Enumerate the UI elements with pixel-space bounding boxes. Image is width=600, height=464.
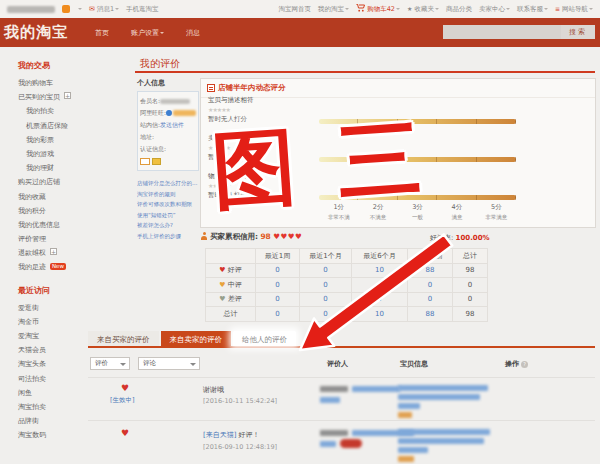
wangwang-label: 阿里旺旺: [140, 109, 166, 118]
sidebar-item-refund[interactable]: 退款维权+ [0, 246, 132, 260]
chevron-down-icon [190, 363, 196, 369]
cart-link[interactable]: 购物车42 [356, 4, 400, 14]
contact-service-link[interactable]: 联系客服 [517, 5, 548, 14]
masked-item-link[interactable] [398, 438, 484, 444]
tab-reviews-from-buyers[interactable]: 来自买家的评价 [88, 331, 159, 346]
member-label: 会员名: [140, 97, 160, 106]
id-card-icon [140, 158, 150, 165]
vip-badge-icon [62, 5, 70, 13]
messages-link[interactable]: ✉ 消息1 [89, 5, 119, 14]
tab-reviews-to-others[interactable]: 给他人的评价 [233, 331, 296, 346]
page-root: ✉ 消息1 手机逛淘宝 淘宝网首页 我的淘宝 购物车42 ★ 收藏夹 商品分类 … [0, 0, 600, 464]
masked-rater-credit [320, 397, 340, 403]
chevron-down-icon [435, 8, 439, 12]
nav-home[interactable]: 首页 [95, 28, 109, 38]
masked-rater-link[interactable] [352, 386, 400, 392]
site-nav-link[interactable]: ≡ 网站导航 [555, 5, 593, 14]
masked-item-link[interactable] [398, 385, 488, 391]
sidebar-item-flight-hotel[interactable]: 机票酒店保险 [0, 119, 132, 133]
credit-table: 最近1周最近1个月最近6个月6个月前总计 ♥好评 00108898 ♥中评 00… [205, 248, 488, 322]
help-link[interactable]: 店铺评分是怎么打分的… [137, 178, 199, 189]
top-strip: ✉ 消息1 手机逛淘宝 淘宝网首页 我的淘宝 购物车42 ★ 收藏夹 商品分类 … [0, 0, 600, 18]
sidebar-item-review-management[interactable]: 评价管理 [0, 232, 132, 246]
help-link[interactable]: 手机上评价的步骤 [137, 231, 199, 242]
favorites-link[interactable]: ★ 收藏夹 [407, 5, 439, 14]
help-icon: ? [521, 361, 528, 368]
review-time: [2016-10-11 15:42:24] [203, 397, 277, 405]
chevron-down-icon [120, 363, 126, 369]
expand-icon[interactable]: + [64, 92, 71, 99]
sidebar-item-shops-visited[interactable]: 购买过的店铺 [0, 175, 132, 189]
search-input[interactable] [443, 25, 561, 39]
sidebar-item-footprints[interactable]: 我的足迹New [0, 260, 132, 274]
sidebar-item-auction[interactable]: 我的拍卖 [0, 104, 132, 118]
seller-center-link[interactable]: 卖家中心 [479, 5, 510, 14]
expand-icon[interactable]: + [50, 248, 57, 255]
masked-item-price [398, 412, 412, 418]
divider [88, 377, 595, 378]
help-link[interactable]: 淘宝评价的规则 [137, 189, 199, 200]
credit-value: 98 [260, 232, 270, 241]
sidebar-item-finance[interactable]: 我的理财 [0, 161, 132, 175]
nav-account-settings[interactable]: 账户设置 [131, 28, 164, 38]
address-label: 地址: [140, 133, 154, 142]
chevron-down-icon [396, 8, 400, 12]
masked-rater-name [320, 386, 348, 392]
review-status: [生效中] [110, 396, 135, 405]
sidebar-item-bought[interactable]: 已买到的宝贝+ [0, 90, 132, 104]
search-button[interactable]: 搜索 [561, 25, 595, 39]
new-badge: New [50, 263, 66, 270]
good-rating-icon: ♥ [121, 428, 129, 438]
categories-link[interactable]: 商品分类 [446, 5, 472, 14]
sidebar-item-points[interactable]: 我的积分 [0, 204, 132, 218]
rating-filter-select[interactable]: 评价 [90, 357, 130, 370]
sidebar-item-games[interactable]: 我的游戏 [0, 147, 132, 161]
masked-item-link[interactable] [398, 429, 490, 435]
cart-icon [356, 4, 365, 12]
review-tabs: 来自买家的评价 来自卖家的评价 给他人的评价 [88, 331, 595, 348]
masked-member-name [160, 99, 190, 104]
help-link[interactable]: 使用“知错处罚” [137, 210, 199, 221]
cert-label: 认证信息: [140, 145, 166, 154]
sidebar-item-lottery[interactable]: 我的彩票 [0, 133, 132, 147]
help-link[interactable]: 评价可修改次数和期限 [137, 199, 199, 210]
taobao-home-link[interactable]: 淘宝网首页 [279, 5, 312, 14]
neutral-rating-icon: ♥ [219, 281, 225, 289]
sidebar-trade-list: 我的购物车 已买到的宝贝+ 我的拍卖 机票酒店保险 我的彩票 我的游戏 我的理财… [0, 76, 132, 275]
sidebar-item-favorites[interactable]: 我的收藏 [0, 190, 132, 204]
header-search: 搜索 [443, 25, 595, 39]
sidebar-item-taobao-digital[interactable]: 淘宝数码 [0, 428, 132, 442]
masked-item-link[interactable] [398, 394, 480, 400]
comment-filter-select[interactable]: 评论 [138, 357, 200, 370]
masked-item-link[interactable] [398, 403, 420, 409]
mobile-taobao-link[interactable]: 手机逛淘宝 [126, 5, 159, 14]
my-taobao-link[interactable]: 我的淘宝 [318, 5, 349, 14]
chevron-down-icon [544, 8, 548, 12]
send-mail-link[interactable]: 发送信件 [160, 121, 184, 130]
sidebar-item-judicial-auction[interactable]: 司法拍卖 [0, 372, 132, 386]
sidebar-section-trade: 我的交易 [18, 60, 132, 71]
title-underline [135, 71, 595, 73]
buyer-credit-line: 买家累积信用: 98 ♥♥♥♥ 好评率: 100.00% [200, 232, 596, 244]
sidebar-item-cart[interactable]: 我的购物车 [0, 76, 132, 90]
good-rating-icon: ♥ [219, 266, 225, 274]
profile-box: 会员名: 阿里旺旺: 站内信:发送信件 地址: 认证信息: [137, 91, 199, 171]
sidebar-item-taojinbi[interactable]: 淘金币 [0, 315, 132, 329]
chevron-down-icon [345, 8, 349, 12]
nav-messages[interactable]: 消息 [186, 28, 200, 38]
credit-table-header-row: 最近1周最近1个月最近6个月6个月前总计 [206, 249, 488, 264]
app-header: 我的淘宝 首页 账户设置 消息 搜索 [0, 18, 600, 47]
masked-rater-name [320, 430, 348, 436]
tab-reviews-from-sellers[interactable]: 来自卖家的评价 [161, 331, 232, 346]
help-link[interactable]: 被差评怎么办? [137, 220, 199, 231]
masked-item-link[interactable] [398, 447, 428, 453]
column-rater: 评价人 [327, 359, 348, 369]
table-row: ♥好评 00108898 [206, 263, 488, 278]
sidebar-item-brand-street[interactable]: 品牌街 [0, 414, 132, 428]
my-taobao-logo[interactable]: 我的淘宝 [4, 23, 68, 42]
sidebar-item-aiguangjie[interactable]: 爱逛街 [0, 301, 132, 315]
sidebar-item-coupons[interactable]: 我的优惠信息 [0, 218, 132, 232]
cert-card-icon [152, 158, 161, 165]
sidebar: 我的交易 我的购物车 已买到的宝贝+ 我的拍卖 机票酒店保险 我的彩票 我的游戏… [0, 50, 132, 443]
sidebar-section-recent: 最近访问 [18, 285, 132, 296]
